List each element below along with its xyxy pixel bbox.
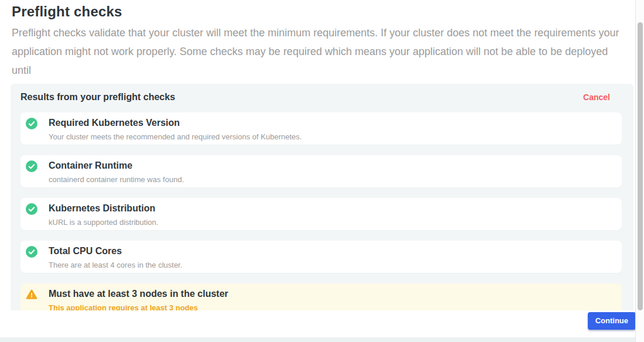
page-description-line: Preflight checks validate that your clus…: [12, 23, 626, 42]
panel-header: Results from your preflight checks Cance…: [11, 84, 633, 102]
continue-button[interactable]: Continue: [588, 312, 636, 330]
check-circle-icon: [26, 203, 37, 215]
check-item: Container Runtime containerd container r…: [20, 155, 622, 187]
check-item: Must have at least 3 nodes in the cluste…: [20, 283, 622, 310]
check-title: Must have at least 3 nodes in the cluste…: [49, 288, 614, 299]
check-title: Container Runtime: [49, 160, 614, 171]
check-title: Total CPU Cores: [49, 245, 614, 256]
check-circle-icon: [26, 160, 37, 172]
panel-heading: Results from your preflight checks: [20, 93, 175, 102]
check-item: Kubernetes Distribution kURL is a suppor…: [20, 198, 622, 230]
check-title: Kubernetes Distribution: [49, 203, 614, 214]
check-list: Required Kubernetes Version Your cluster…: [20, 112, 622, 310]
page-title: Preflight checks: [12, 4, 122, 20]
check-circle-icon: [26, 246, 37, 258]
warning-triangle-icon: [26, 289, 37, 300]
check-message: kURL is a supported distribution.: [49, 218, 614, 227]
footer-strip: [0, 337, 635, 342]
check-item: Required Kubernetes Version Your cluster…: [20, 112, 622, 145]
page-description-line: application might not work properly. Som…: [12, 42, 626, 80]
cancel-link[interactable]: Cancel: [583, 93, 610, 102]
check-message: Your cluster meets the recommended and r…: [49, 132, 614, 141]
check-title: Required Kubernetes Version: [49, 117, 614, 128]
scrollbar-track[interactable]: [635, 0, 644, 342]
check-message: There are at least 4 cores in the cluste…: [49, 261, 614, 269]
check-circle-icon: [26, 118, 37, 129]
check-item: Total CPU Cores There are at least 4 cor…: [20, 241, 622, 273]
preflight-results-panel: Results from your preflight checks Cance…: [11, 84, 633, 310]
check-message: This application requires at least 3 nod…: [49, 303, 614, 310]
scrollbar-thumb[interactable]: [638, 22, 643, 310]
check-message: containerd container runtime was found.: [49, 175, 614, 184]
